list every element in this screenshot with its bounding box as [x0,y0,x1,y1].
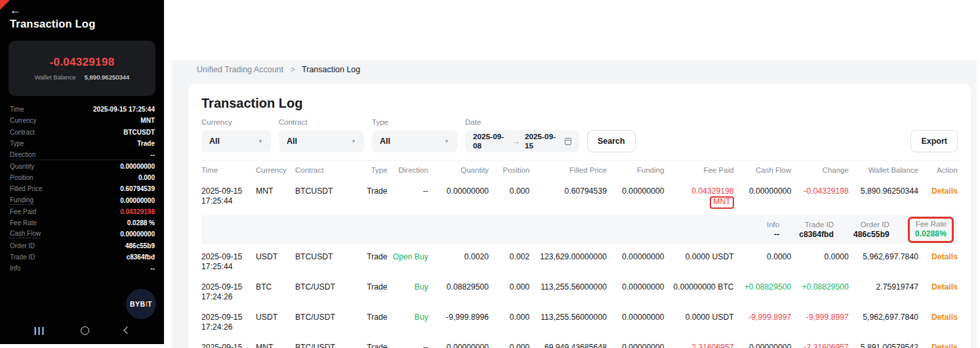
cell-funding: 0.00000000 [607,313,664,322]
col-header-wallet-balance: Wallet Balance [849,165,918,175]
cell-quantity: 0.0020 [428,252,489,262]
phone-field-value: 0.00000000 [120,230,155,238]
contract-filter-group: Contract All ▼ [279,118,364,152]
type-select[interactable]: All ▼ [372,130,457,152]
phone-field-label: Filled Price [10,185,42,192]
time-date: 2025-09-15 [201,343,256,348]
cell-fee-paid: 0.0000 USDT [664,313,734,322]
phone-field-label: Fee Paid [10,208,36,215]
table-row: 2025-09-1517:24:26MNTBTC/USDTTrade--0.00… [201,337,958,348]
details-link[interactable]: Details [918,313,958,322]
phone-summary-amount: -0.04329198 [50,56,115,69]
date-filter-group: Date 2025-09-08 → 2025-09-15 [465,118,579,152]
cell-fee-paid: 0.00000000 BTC [664,282,734,292]
phone-field-row: Order ID486c55b9 [10,240,155,251]
col-header-quantity: Quantity [428,165,489,175]
cell-time: 2025-09-1517:24:26 [201,313,256,332]
back-arrow-icon[interactable]: ← [10,4,21,17]
cell-change: -9,999.8997 [791,313,849,322]
cell-wallet-balance: 5,891.00579542 [849,343,918,348]
phone-field-value: 0.04329198 [120,208,155,215]
currency-filter-group: Currency All ▼ [201,118,271,152]
cell-type: Trade [356,252,387,262]
col-header-currency: Currency [256,165,295,175]
phone-field-value: 0.00000000 [120,197,155,204]
cell-wallet-balance: 5,962,697.7840 [849,313,918,322]
cell-type: Trade [356,343,387,348]
cell-wallet-balance: 5,890.96250344 [849,186,918,196]
fee-amount: 0.0000 [685,313,712,322]
cell-change: 0.0000 [791,252,849,262]
time-clock: 17:25:44 [201,262,256,272]
phone-field-value: -- [150,265,155,272]
cell-cash-flow: +0.08829500 [734,282,792,292]
cell-direction: Buy [388,282,428,292]
col-header-funding: Funding [607,165,664,175]
phone-field-list: Time2025-09-15 17:25:44CurrencyMNTContra… [10,104,155,274]
cell-contract: BTCUSDT [295,252,356,262]
date-from-value: 2025-09-08 [473,132,508,150]
cell-funding: 0.00000000 [607,282,664,292]
type-filter-group: Type All ▼ [372,118,457,152]
table-body: 2025-09-1517:25:44MNTBTCUSDTTrade--0.000… [201,181,958,348]
contract-select-value: All [287,137,297,146]
cell-funding: 0.00000000 [607,186,664,196]
detail-trade-id-label: Trade ID [799,221,834,228]
detail-fee-rate-label: Fee Rate [915,220,947,228]
phone-field-row: Info-- [10,263,155,274]
cell-filled-price: 113,255.56000000 [529,282,607,292]
contract-select[interactable]: All ▼ [279,130,364,152]
wallet-balance-label: Wallet Balance [35,74,76,81]
home-icon[interactable] [81,326,89,335]
details-link[interactable]: Details [918,252,958,262]
time-date: 2025-09-15 [201,252,256,262]
currency-filter-label: Currency [201,118,271,126]
export-button[interactable]: Export [910,130,958,152]
nav-back-icon[interactable] [123,326,131,334]
search-button[interactable]: Search [587,130,636,152]
phone-field-value: 2025-09-15 17:25:44 [93,106,155,113]
phone-field-row: Fee Paid0.04329198 [10,206,155,217]
bybit-logo: BYBIT [126,289,156,319]
recents-icon[interactable]: ||| [34,326,46,335]
fee-amount: 2.31606957 [691,343,733,348]
cell-change: +0.08829500 [791,282,849,292]
detail-fee-rate-value: 0.0288% [915,229,947,238]
phone-field-value: 0.000 [138,174,155,181]
detail-info: Info-- [767,221,779,239]
phone-field-label: Trade ID [10,253,35,261]
table-row: 2025-09-1517:24:26USDTBTC/USDTTradeBuy-9… [201,307,958,337]
cell-filled-price: 0.60794539 [529,186,607,196]
cell-funding: 0.00000000 [607,343,664,348]
details-link[interactable]: Details [918,343,958,348]
col-header-fee-paid: Fee Paid [664,165,734,175]
detail-order-id-value: 486c55b9 [853,230,889,239]
phone-field-row: Fee Rate0.0288 % [10,217,155,228]
phone-field-label: Direction [10,151,35,158]
table-header-row: TimeCurrencyContractTypeDirectionQuantit… [201,160,958,181]
breadcrumb-parent[interactable]: Unified Trading Account [197,65,283,74]
date-range-picker[interactable]: 2025-09-08 → 2025-09-15 [465,130,579,152]
detail-info-value: -- [767,230,779,239]
cell-currency: BTC [256,282,295,292]
wallet-balance-value: 5,890.96250344 [85,74,130,81]
phone-field-value: 0.60794539 [120,185,155,192]
phone-field-label: Quantity [10,163,34,170]
phone-field-row: Quantity0.00000000 [10,160,155,171]
details-link[interactable]: Details [918,186,958,196]
phone-field-value: c8364fbd [127,253,155,261]
cell-time: 2025-09-1517:25:44 [201,252,256,272]
col-header-time: Time [201,165,256,175]
currency-select[interactable]: All ▼ [201,130,271,152]
cell-filled-price: 123,629.00000000 [529,252,607,262]
details-link[interactable]: Details [918,282,958,292]
cell-position: 0.002 [489,252,529,262]
phone-field-label: Type [10,140,24,147]
cell-time: 2025-09-1517:24:26 [201,343,256,348]
android-nav-bar: ||| [0,322,164,339]
table-row: 2025-09-1517:25:44USDTBTCUSDTTradeOpen B… [201,247,958,277]
transaction-log-card: Transaction Log Currency All ▼ Contract … [188,84,971,348]
col-header-action: Action [918,165,958,175]
calendar-icon [565,138,571,145]
cell-type: Trade [356,313,387,322]
